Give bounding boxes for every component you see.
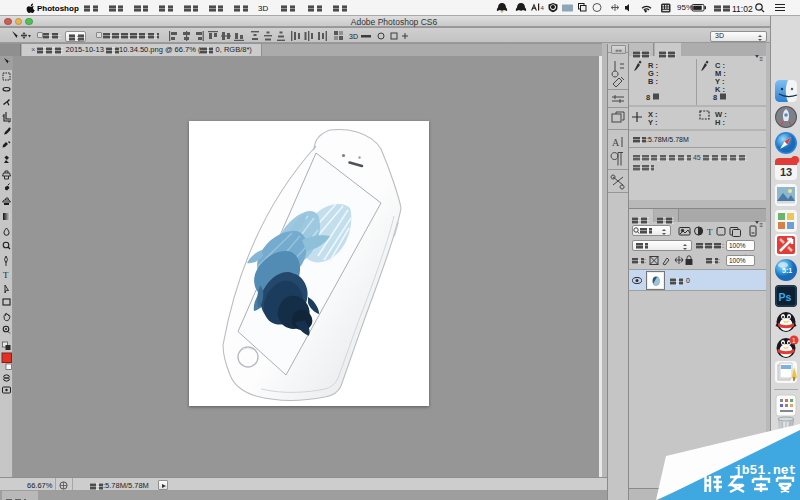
svg-text:13: 13 xyxy=(780,166,792,178)
svg-text:8: 8 xyxy=(646,93,650,102)
svg-text:H :: H : xyxy=(715,118,725,127)
svg-text:5:1: 5:1 xyxy=(782,267,792,274)
svg-text:T: T xyxy=(707,227,713,237)
svg-text:3D: 3D xyxy=(349,33,358,40)
svg-text:4: 4 xyxy=(541,5,545,11)
svg-text:T: T xyxy=(3,270,9,280)
svg-text:8: 8 xyxy=(713,93,717,102)
svg-text:Ps: Ps xyxy=(779,291,792,303)
svg-text:B :: B : xyxy=(648,77,658,86)
svg-text:1: 1 xyxy=(792,337,796,344)
svg-text:A: A xyxy=(612,137,620,148)
svg-text:Y :: Y : xyxy=(648,118,657,127)
svg-text:95%: 95% xyxy=(677,3,693,12)
